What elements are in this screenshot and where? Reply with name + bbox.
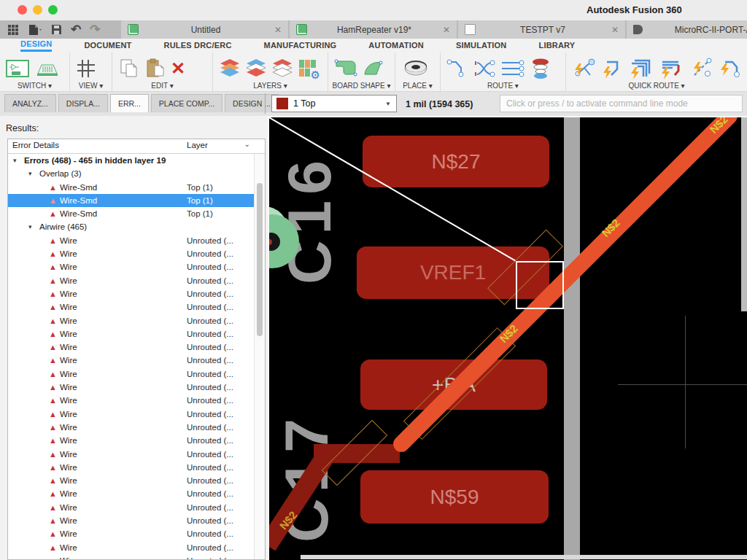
ribbon-tab-library[interactable]: LIBRARY <box>539 41 576 51</box>
error-row[interactable]: ▲WireUnrouted (... <box>8 341 255 354</box>
column-layer[interactable]: Layer <box>187 141 208 149</box>
error-row[interactable]: ▲WireUnrouted (... <box>8 260 255 273</box>
layer-settings-icon[interactable]: ⚙ <box>298 58 318 79</box>
layers-bottom-icon[interactable] <box>271 58 293 79</box>
ribbon-tab-manufacturing[interactable]: MANUFACTURING <box>264 41 337 51</box>
place-group-label[interactable]: PLACE ▾ <box>395 82 440 90</box>
redo-icon[interactable]: ↷ <box>90 23 100 36</box>
document-tab[interactable]: MicroRC-II-PORT-A2 <box>627 20 747 39</box>
ribbon-tab-simulation[interactable]: SIMULATION <box>456 41 507 51</box>
scrollbar-thumb[interactable] <box>257 183 263 336</box>
error-row[interactable]: ▲WireUnrouted (... <box>8 234 255 247</box>
copy-icon[interactable] <box>118 58 140 79</box>
error-group-row[interactable]: ▾Airwire (465) <box>8 220 255 233</box>
error-row[interactable]: ▲WireUnrouted (... <box>8 527 255 540</box>
view-group-label[interactable]: VIEW ▾ <box>70 82 112 90</box>
error-row[interactable]: ▲WireUnrouted (... <box>8 381 255 394</box>
file-menu-icon[interactable] <box>28 24 42 36</box>
layer-select[interactable]: 1 Top ▼ <box>271 95 397 112</box>
quick-route-group-label[interactable]: QUICK ROUTE ▾ <box>566 82 747 90</box>
close-window-button[interactable] <box>18 5 27 15</box>
route-diff-pair-icon[interactable] <box>473 58 496 79</box>
board-shape-group-label[interactable]: BOARD SHAPE ▾ <box>328 82 395 90</box>
column-error-details[interactable]: Error Details <box>12 141 59 149</box>
route-via-icon[interactable] <box>530 58 551 79</box>
quickroute-single-icon[interactable] <box>718 58 741 79</box>
close-icon[interactable]: ✕ <box>443 25 450 35</box>
quickroute-unroute-icon[interactable] <box>690 58 713 79</box>
panel-tab-err[interactable]: ERR... <box>110 94 149 112</box>
error-row[interactable]: ▲WireUnrouted (... <box>8 408 255 421</box>
place-footprint-icon[interactable] <box>401 58 430 79</box>
collapse-arrow-icon[interactable]: ▾ <box>13 154 17 167</box>
document-tab[interactable]: Untitled✕ <box>121 20 288 39</box>
app-grid-icon[interactable] <box>7 24 19 36</box>
switch-board-icon[interactable] <box>35 59 60 78</box>
error-row[interactable]: ▲WireUnrouted (... <box>8 394 255 407</box>
results-scrollbar[interactable] <box>254 154 265 559</box>
error-row[interactable]: ▲Wire-SmdTop (1) <box>8 194 255 207</box>
error-group-row[interactable]: ▾Overlap (3) <box>8 167 255 180</box>
layers-stack-icon[interactable] <box>219 58 241 79</box>
ribbon-tab-design[interactable]: DESIGN <box>20 39 52 52</box>
error-row[interactable]: ▲WireUnrouted (... <box>8 368 255 381</box>
error-row[interactable]: ▲WireUnrouted (... <box>8 354 255 367</box>
collapse-arrow-icon[interactable]: ▾ <box>28 220 32 233</box>
error-row[interactable]: ▲WireUnrouted (... <box>8 287 255 300</box>
error-row[interactable]: ▲WireUnrouted (... <box>8 421 255 434</box>
error-row[interactable]: ▲WireUnrouted (... <box>8 514 255 527</box>
quickroute-corner-icon[interactable] <box>601 58 624 79</box>
error-row[interactable]: ▲WireUnrouted (... <box>8 461 255 474</box>
undo-icon[interactable]: ↶ <box>71 23 81 36</box>
error-row[interactable]: ▲WireUnrouted (... <box>8 300 255 314</box>
close-icon[interactable]: ✕ <box>611 25 619 35</box>
error-table-header[interactable]: Error Details Layer ⌄ <box>8 139 265 154</box>
maximize-window-button[interactable] <box>48 5 58 15</box>
panel-tab-design[interactable]: DESIGN ... <box>225 94 279 112</box>
error-group-row[interactable]: ▾Errors (468) - 465 in hidden layer 19 <box>8 154 255 167</box>
route-group-label[interactable]: ROUTE ▾ <box>441 82 565 90</box>
copper-strip-vertical[interactable] <box>564 116 580 560</box>
ribbon-tab-document[interactable]: DOCUMENT <box>84 41 131 51</box>
quickroute-bus-end-icon[interactable] <box>659 58 686 79</box>
smd-pad-n27[interactable]: N$27 <box>363 136 549 187</box>
ribbon-tab-rules-drc-erc[interactable]: RULES DRC/ERC <box>164 41 232 51</box>
route-multi-icon[interactable] <box>500 58 525 79</box>
error-row[interactable]: ▲WireUnrouted (... <box>8 448 255 461</box>
error-row[interactable]: ▲Wire-SmdTop (1) <box>8 207 255 220</box>
view-grid-icon[interactable] <box>76 58 96 79</box>
layers-group-label[interactable]: LAYERS ▾ <box>213 82 328 90</box>
error-row[interactable]: ▲WireUnrouted (... <box>8 434 255 447</box>
document-tab[interactable]: HamRepeater v19*✕ <box>290 20 457 39</box>
edit-group-label[interactable]: EDIT ▾ <box>112 82 212 90</box>
collapse-arrow-icon[interactable]: ▾ <box>28 167 32 180</box>
switch-group-label[interactable]: SWITCH ▾ <box>0 82 69 90</box>
quickroute-net-icon[interactable] <box>572 58 597 79</box>
board-wedge-icon[interactable] <box>362 58 384 79</box>
command-line-input[interactable] <box>500 95 743 112</box>
error-row[interactable]: ▲WireUnrouted (... <box>8 554 255 559</box>
document-tab[interactable]: TESTPT v7✕ <box>458 20 625 39</box>
smd-pad-n59[interactable]: N$59 <box>360 470 549 524</box>
quickroute-bus-icon[interactable] <box>629 58 655 79</box>
sort-caret-icon[interactable]: ⌄ <box>244 140 250 148</box>
error-row[interactable]: ▲WireUnrouted (... <box>8 474 255 487</box>
layers-top-icon[interactable] <box>245 58 267 79</box>
error-row[interactable]: ▲WireUnrouted (... <box>8 541 255 554</box>
error-row[interactable]: ▲WireUnrouted (... <box>8 327 255 341</box>
error-row[interactable]: ▲Wire-SmdTop (1) <box>8 181 255 194</box>
board-outline-icon[interactable] <box>334 58 357 79</box>
minimize-window-button[interactable] <box>33 5 42 15</box>
error-row[interactable]: ▲WireUnrouted (... <box>8 247 255 260</box>
error-row[interactable]: ▲WireUnrouted (... <box>8 314 255 327</box>
delete-icon[interactable]: ✕ <box>171 60 185 77</box>
panel-tab-displa[interactable]: DISPLA... <box>58 94 108 112</box>
error-row[interactable]: ▲WireUnrouted (... <box>8 487 255 500</box>
panel-tab-placecomp[interactable]: PLACE COMP... <box>151 94 222 112</box>
ribbon-tab-automation[interactable]: AUTOMATION <box>368 41 424 51</box>
close-icon[interactable]: ✕ <box>274 25 282 35</box>
switch-schematic-icon[interactable] <box>6 59 31 78</box>
paste-icon[interactable] <box>144 58 166 79</box>
error-row[interactable]: ▲WireUnrouted (... <box>8 501 255 514</box>
error-row[interactable]: ▲WireUnrouted (... <box>8 274 255 287</box>
